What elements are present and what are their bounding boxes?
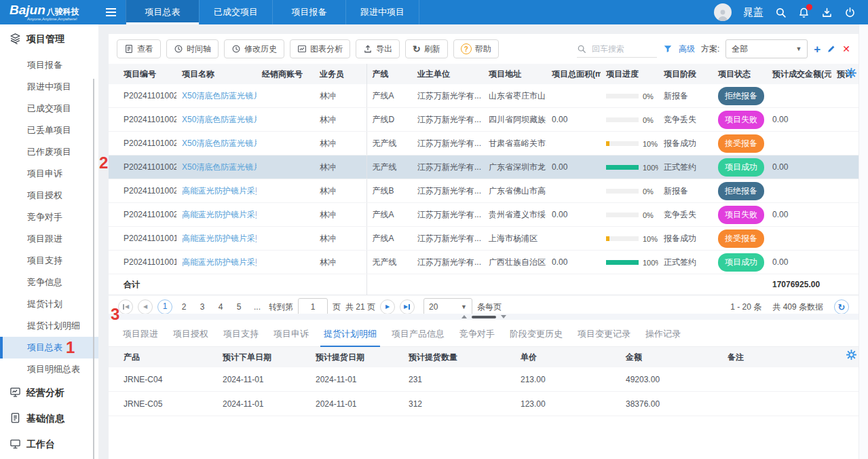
menu-toggle-icon[interactable] [96,0,126,24]
next-page-button[interactable]: ▶ [380,299,395,314]
sidebar-item[interactable]: 竞争信息 [0,272,98,293]
search-icon[interactable] [775,7,787,18]
advanced-search-link[interactable]: 高级 [679,43,695,55]
detail-tab[interactable]: 竞争对手 [452,323,502,346]
sidebar-item[interactable]: 提货计划明细 [0,315,98,337]
detail-tab[interactable]: 项目支持 [216,323,266,346]
toolbar-button-clock[interactable]: 时间轴 [166,39,219,58]
detail-column-header[interactable]: 预计提货数量 [403,347,515,367]
column-header[interactable]: 业务员 [314,64,366,84]
table-row[interactable]: P202411010018高能蓝光防护镜片采购...林冲无产线江苏万新光学有..… [109,251,858,274]
column-header[interactable]: 项目名称 [176,64,257,84]
sidebar-item[interactable]: 项目申诉 [0,163,98,185]
username[interactable]: 晁盖 [743,6,763,19]
sidebar-scrollbar[interactable] [93,79,94,459]
avatar[interactable] [714,3,732,21]
table-row[interactable]: P202411010019高能蓝光防护镜片采购...林冲产线A江苏万新光学有..… [109,227,858,251]
page-number[interactable]: ... [250,302,264,312]
detail-column-header[interactable]: 单价 [515,347,620,367]
help-button[interactable]: 帮助 [453,39,499,58]
table-row[interactable]: P202411010024X50清底色防蓝光镜片...林冲产线D江苏万新光学有.… [109,108,858,132]
project-name-link[interactable]: X50清底色防蓝光镜片... [182,139,257,148]
detail-column-header[interactable]: 预计提货日期 [310,347,403,367]
table-row[interactable]: P202411010021高能蓝光防护镜片采购...林冲产线B江苏万新光学有..… [109,179,858,203]
page-number[interactable]: 4 [214,302,227,312]
add-scheme-button[interactable]: + [814,43,820,55]
drag-handle[interactable] [472,316,496,318]
table-row[interactable]: P202411010022X50清底色防蓝光镜片...林冲无产线江苏万新光学有.… [109,155,858,179]
sidebar-item[interactable]: 已丢单项目 [0,120,98,141]
sidebar-item[interactable]: 项目支持 [0,250,98,272]
column-header[interactable]: 预计成交金额(元) [767,64,831,84]
detail-tab[interactable]: 操作记录 [638,323,688,346]
page-number[interactable]: 2 [177,302,191,312]
sidebar-item[interactable]: 项目报备 [0,54,98,76]
prev-page-button[interactable]: ◀ [138,299,153,314]
detail-tab[interactable]: 项目申诉 [266,323,316,346]
sidebar-item[interactable]: 竞争对手 [0,206,98,228]
project-name-link[interactable]: X50清底色防蓝光镜片... [182,91,257,100]
refresh-data-button[interactable]: ↻ [834,299,849,314]
detail-tab[interactable]: 提货计划明细 [316,323,384,346]
detail-column-header[interactable]: 预计下单日期 [217,347,310,367]
detail-tab[interactable]: 项目授权 [166,323,216,346]
table-row[interactable]: P202411010020高能蓝光防护镜片采购...林冲产线A江苏万新光学有..… [109,203,858,227]
toolbar-button-file[interactable]: 查看 [117,39,161,58]
top-tab[interactable]: 已成交项目 [199,0,272,24]
sidebar-section-project-management[interactable]: 项目管理 [0,24,98,54]
detail-column-settings-gear-icon[interactable] [846,350,856,362]
page-number[interactable]: 1 [157,299,172,314]
detail-column-header[interactable]: 备注 [722,347,858,367]
project-name-link[interactable]: X50清底色防蓝光镜片... [182,115,257,124]
table-row[interactable]: P202411010025X50清底色防蓝光镜片...林冲产线A江苏万新光学有.… [109,84,858,108]
column-settings-gear-icon[interactable] [846,68,856,80]
column-header[interactable]: 业主单位 [412,64,483,84]
sidebar-item[interactable]: 已成交项目 [0,98,98,120]
sidebar-section-基础信息[interactable]: 基础信息 [0,406,98,432]
project-name-link[interactable]: X50清底色防蓝光镜片... [182,162,257,172]
sidebar-item[interactable]: 项目明细总表 [0,359,98,380]
table-row[interactable]: P202411010023X50清底色防蓝光镜片...林冲无产线江苏万新光学有.… [109,132,858,155]
project-name-link[interactable]: 高能蓝光防护镜片采购... [182,234,257,243]
page-number[interactable]: 5 [232,302,246,312]
power-icon[interactable] [844,7,856,18]
project-name-link[interactable]: 高能蓝光防护镜片采购... [182,257,257,267]
project-name-link[interactable]: 高能蓝光防护镜片采购... [182,186,257,196]
page-scrollbar[interactable] [858,24,868,459]
top-tab[interactable]: 项目总表 [126,0,199,24]
filter-funnel-icon[interactable] [663,44,673,54]
sidebar-item[interactable]: 项目授权 [0,185,98,206]
last-page-button[interactable]: ▶ [400,299,415,314]
toolbar-button-refresh[interactable]: ↻刷新 [405,39,448,58]
detail-table-row[interactable]: JRNE-C042024-11-012024-11-01231213.00492… [109,367,858,392]
column-header[interactable]: 项目编号 [109,64,176,84]
sidebar-item[interactable]: 已作废项目 [0,141,98,163]
notification-bell-icon[interactable] [798,7,810,18]
search-input[interactable] [590,43,653,54]
top-tab[interactable]: 项目报备 [272,0,345,24]
column-header[interactable]: 项目地址 [483,64,546,84]
detail-column-header[interactable]: 金额 [620,347,722,367]
toolbar-button-clock[interactable]: 修改历史 [224,39,284,58]
collapse-down-icon[interactable] [501,315,506,318]
detail-column-header[interactable]: 产品 [109,347,217,367]
sidebar-item[interactable]: 项目跟进 [0,228,98,250]
column-header[interactable]: 项目总面积(m²) [546,64,601,84]
scheme-select[interactable]: 全部 ▼ [725,39,808,58]
edit-scheme-icon[interactable] [827,44,836,54]
column-header[interactable]: 项目阶段 [658,64,713,84]
toolbar-button-chart[interactable]: 图表分析 [290,39,350,58]
column-header[interactable]: 项目状态 [713,64,767,84]
detail-tab[interactable]: 项目跟进 [115,323,166,346]
collapse-up-icon[interactable] [461,315,467,318]
delete-scheme-button[interactable]: ✕ [842,44,850,54]
column-header[interactable]: 项目进度 [601,64,658,84]
sidebar-item[interactable]: 项目总表 [0,337,98,359]
column-header[interactable]: 经销商账号 [257,64,314,84]
column-header[interactable]: 产线 [366,64,412,84]
sidebar-section-经营分析[interactable]: 经营分析 [0,380,98,406]
detail-tab[interactable]: 项目产品信息 [384,323,452,346]
panel-splitter-handle[interactable] [109,314,858,320]
sidebar-item[interactable]: 提货计划 [0,293,98,315]
detail-tab[interactable]: 阶段变更历史 [502,323,570,346]
